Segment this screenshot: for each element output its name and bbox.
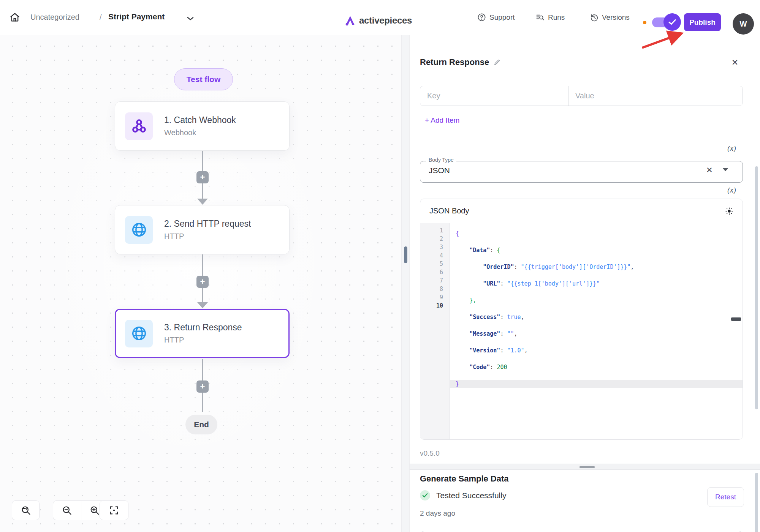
close-icon[interactable]: ✕	[730, 57, 740, 68]
caret-down-icon[interactable]	[722, 168, 728, 171]
step-title: 1. Catch Webhook	[164, 115, 236, 125]
line-number: 2	[440, 235, 443, 243]
flow-end-node: End	[185, 415, 217, 434]
webhook-icon	[125, 112, 153, 140]
activepieces-logo-icon	[345, 16, 355, 25]
step-text: 2. Send HTTP request HTTP	[164, 219, 251, 241]
code-line: "Data": {	[450, 246, 743, 254]
key-input[interactable]	[420, 86, 568, 106]
panel-scrollbar-thumb[interactable]	[755, 473, 758, 532]
fit-to-view-button[interactable]	[100, 500, 128, 520]
dynamic-value-icon[interactable]: (x)	[727, 145, 736, 153]
success-check-icon	[420, 490, 430, 500]
globe-icon	[125, 216, 153, 244]
panel-resize-handle[interactable]	[404, 246, 407, 263]
step-subtitle: Webhook	[164, 128, 236, 137]
line-number: 6	[440, 268, 443, 276]
top-bar: Uncategorized / Stript Payment activepie…	[0, 0, 760, 35]
step-subtitle: HTTP	[164, 336, 242, 344]
brand-logo: activepieces	[345, 15, 412, 26]
chevron-down-icon[interactable]	[187, 16, 194, 21]
line-number: 9	[440, 293, 443, 302]
publish-button[interactable]: Publish	[684, 13, 721, 31]
panel-header: Return Response	[420, 57, 500, 67]
line-number: 7	[440, 276, 443, 285]
dynamic-value-icon[interactable]: (x)	[727, 186, 736, 194]
flow-enabled-toggle-knob[interactable]	[663, 13, 681, 31]
code-gutter: 12345678910	[420, 223, 450, 440]
body-type-select[interactable]	[420, 161, 743, 183]
retest-button[interactable]: Retest	[707, 487, 744, 507]
runs-button[interactable]: Runs	[535, 13, 565, 22]
test-status-row: Tested Successfully	[420, 490, 506, 500]
runs-label: Runs	[548, 13, 565, 22]
home-icon[interactable]	[10, 12, 20, 23]
generate-sample-data-heading: Generate Sample Data	[420, 474, 509, 484]
test-status-label: Tested Successfully	[436, 491, 506, 500]
step-text: 1. Catch Webhook Webhook	[164, 115, 236, 137]
step-settings-panel: Return Response ✕ + Add Item (x) Body Ty…	[410, 35, 760, 532]
step-subtitle: HTTP	[164, 232, 251, 241]
support-button[interactable]: Support	[477, 13, 515, 22]
clear-icon[interactable]: ✕	[706, 166, 713, 175]
code-lines: { "Data": { "OrderID": "{{trigger['body'…	[450, 223, 743, 310]
code-line: }	[450, 380, 743, 388]
connector-arrowhead	[197, 302, 208, 308]
support-label: Support	[489, 13, 515, 22]
code-editor[interactable]: 12345678910 { "Data": { "OrderID": "{{tr…	[420, 223, 743, 440]
step-title: 2. Send HTTP request	[164, 219, 251, 229]
connector-arrowhead	[197, 199, 208, 205]
code-line: "Version": "1.0",	[450, 346, 743, 355]
piece-version-label: v0.5.0	[420, 449, 440, 458]
body-type-value: JSON	[429, 166, 450, 175]
code-line: },	[450, 296, 743, 305]
breadcrumb-category[interactable]: Uncategorized	[30, 13, 79, 22]
line-number: 3	[440, 243, 443, 251]
user-avatar[interactable]: W	[733, 13, 754, 35]
panel-title: Return Response	[420, 57, 489, 67]
question-circle-icon	[477, 13, 486, 22]
step-title: 3. Return Response	[164, 322, 242, 333]
add-step-button[interactable]: +	[196, 276, 209, 288]
panel-section-divider-handle[interactable]	[580, 466, 595, 468]
code-line: "OrderID": "{{trigger['body']['OrderID']…	[450, 263, 743, 271]
code-line: "Code": 200	[450, 363, 743, 371]
key-value-row	[420, 86, 743, 106]
test-flow-button[interactable]: Test flow	[174, 68, 233, 90]
flow-canvas[interactable]: Test flow 1. Catch Webhook Webhook +	[0, 35, 401, 532]
add-step-button[interactable]: +	[196, 171, 209, 183]
step-card-catch-webhook[interactable]: 1. Catch Webhook Webhook	[115, 101, 290, 151]
zoom-reset-button[interactable]	[12, 500, 40, 520]
test-time-label: 2 days ago	[420, 509, 455, 518]
versions-unsaved-dot	[643, 21, 646, 24]
line-number: 5	[440, 260, 443, 268]
json-body-header: JSON Body	[420, 199, 743, 223]
step-card-return-response[interactable]: 3. Return Response HTTP	[115, 309, 290, 358]
add-item-link[interactable]: + Add Item	[425, 116, 459, 125]
globe-icon	[125, 320, 153, 347]
brand-name: activepieces	[359, 15, 412, 26]
edit-pencil-icon[interactable]	[494, 59, 500, 66]
panel-scrollbar-thumb[interactable]	[755, 166, 758, 409]
step-card-send-http[interactable]: 2. Send HTTP request HTTP	[115, 205, 290, 254]
step-text: 3. Return Response HTTP	[164, 322, 242, 344]
json-body-label: JSON Body	[429, 207, 469, 215]
zoom-out-button[interactable]	[53, 500, 81, 520]
sparkle-icon[interactable]	[725, 207, 733, 215]
panel-resize-divider[interactable]	[401, 35, 410, 532]
code-line: "URL": "{{step_1['body']['url']}}"	[450, 279, 743, 288]
code-line: "Success": true,	[450, 313, 743, 321]
body-type-label: Body Type	[426, 157, 456, 163]
line-number: 8	[440, 285, 443, 293]
versions-label: Versions	[602, 13, 630, 22]
runs-list-search-icon	[535, 13, 545, 22]
add-step-button[interactable]: +	[196, 380, 209, 393]
line-number: 1	[440, 226, 443, 235]
history-icon	[590, 13, 598, 22]
breadcrumb-flow-name[interactable]: Stript Payment	[108, 12, 165, 21]
code-scrollbar-thumb[interactable]	[731, 317, 741, 321]
value-input[interactable]	[568, 86, 743, 106]
code-line: {	[450, 229, 743, 238]
breadcrumb-separator: /	[100, 13, 102, 22]
versions-button[interactable]: Versions	[590, 13, 630, 22]
